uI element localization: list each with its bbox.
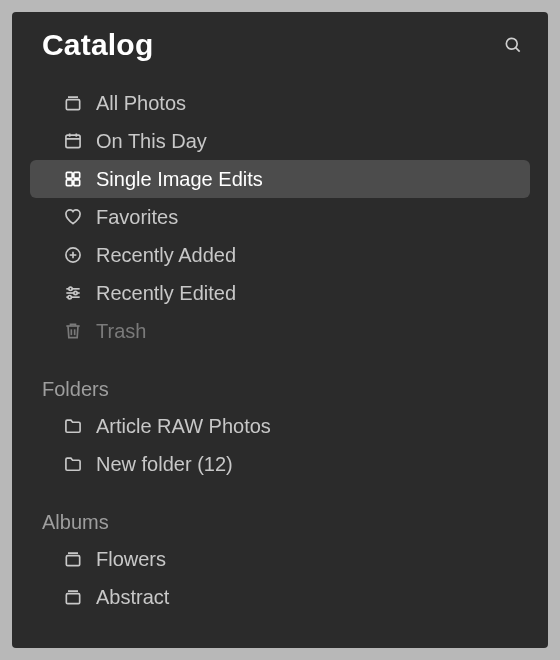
albums-list: Flowers Abstract (12, 540, 548, 616)
svg-rect-9 (74, 172, 80, 178)
svg-line-1 (516, 48, 520, 52)
album-item[interactable]: Flowers (30, 540, 530, 578)
svg-point-20 (68, 296, 71, 299)
folder-item-label: Article RAW Photos (96, 415, 271, 438)
folders-list: Article RAW Photos New folder (12) (12, 407, 548, 483)
catalog-item-favorites[interactable]: Favorites (30, 198, 530, 236)
section-folders-label: Folders (12, 350, 548, 407)
plus-circle-icon (62, 244, 84, 266)
search-button[interactable] (500, 32, 526, 58)
panel-header: Catalog (12, 12, 548, 70)
catalog-item-on-this-day[interactable]: On This Day (30, 122, 530, 160)
heart-icon (62, 206, 84, 228)
calendar-icon (62, 130, 84, 152)
svg-rect-8 (66, 172, 72, 178)
svg-rect-10 (66, 180, 72, 186)
album-item[interactable]: Abstract (30, 578, 530, 616)
svg-rect-23 (66, 556, 79, 566)
svg-rect-25 (66, 594, 79, 604)
stack-icon (62, 586, 84, 608)
grid-icon (62, 168, 84, 190)
catalog-item-trash[interactable]: Trash (30, 312, 530, 350)
album-item-label: Flowers (96, 548, 166, 571)
folder-icon (62, 453, 84, 475)
catalog-item-label: Recently Added (96, 244, 236, 267)
catalog-item-label: Single Image Edits (96, 168, 263, 191)
stack-icon (62, 548, 84, 570)
catalog-item-recently-added[interactable]: Recently Added (30, 236, 530, 274)
catalog-item-label: Trash (96, 320, 146, 343)
catalog-list: All Photos On This Day (12, 70, 548, 350)
svg-rect-11 (74, 180, 80, 186)
catalog-item-label: Recently Edited (96, 282, 236, 305)
section-albums-label: Albums (12, 483, 548, 540)
catalog-panel: Catalog All Photos (12, 12, 548, 648)
panel-title: Catalog (42, 28, 153, 62)
svg-point-18 (69, 287, 72, 290)
album-item-label: Abstract (96, 586, 169, 609)
catalog-item-recently-edited[interactable]: Recently Edited (30, 274, 530, 312)
folder-icon (62, 415, 84, 437)
catalog-item-label: On This Day (96, 130, 207, 153)
svg-point-19 (74, 291, 77, 294)
folder-item-label: New folder (12) (96, 453, 233, 476)
catalog-item-all-photos[interactable]: All Photos (30, 84, 530, 122)
sliders-icon (62, 282, 84, 304)
catalog-item-label: All Photos (96, 92, 186, 115)
svg-rect-4 (66, 135, 80, 148)
catalog-item-single-image-edits[interactable]: Single Image Edits (30, 160, 530, 198)
svg-point-0 (506, 38, 517, 49)
trash-icon (62, 320, 84, 342)
catalog-item-label: Favorites (96, 206, 178, 229)
folder-item[interactable]: New folder (12) (30, 445, 530, 483)
search-icon (502, 34, 524, 56)
stack-icon (62, 92, 84, 114)
folder-item[interactable]: Article RAW Photos (30, 407, 530, 445)
svg-rect-2 (66, 100, 79, 110)
